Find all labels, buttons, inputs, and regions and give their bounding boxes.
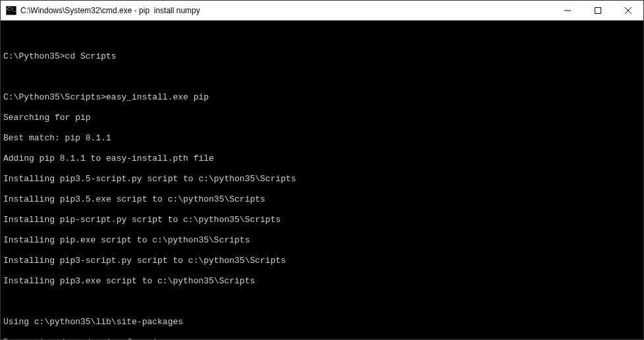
window-controls [552, 1, 643, 20]
terminal-output[interactable]: C:\Python35>cd Scripts C:\Python35\Scrip… [1, 20, 643, 339]
maximize-button[interactable] [583, 1, 613, 20]
titlebar[interactable]: C:\Windows\System32\cmd.exe - pip instal… [1, 1, 643, 20]
titlebar-left: C:\Windows\System32\cmd.exe - pip instal… [1, 6, 200, 15]
terminal-line: Best match: pip 8.1.1 [3, 133, 641, 144]
terminal-line: Processing dependencies for pip [3, 337, 641, 340]
terminal-line: Installing pip3.5-script.py script to c:… [3, 174, 641, 184]
terminal-line: Installing pip3.5.exe script to c:\pytho… [3, 194, 641, 205]
terminal-line: Searching for pip [3, 113, 641, 123]
terminal-line: Installing pip.exe script to c:\python35… [3, 235, 641, 246]
terminal-line [3, 297, 641, 307]
terminal-line [3, 72, 641, 82]
cmd-icon [6, 6, 16, 15]
terminal-line: Using c:\python35\lib\site-packages [3, 317, 641, 327]
terminal-line [3, 31, 641, 42]
svg-rect-1 [595, 8, 601, 14]
close-button[interactable] [613, 1, 643, 20]
terminal-line: Installing pip-script.py script to c:\py… [3, 215, 641, 225]
terminal-line: C:\Python35>cd Scripts [3, 51, 641, 62]
minimize-button[interactable] [552, 1, 583, 20]
terminal-line: C:\Python35\Scripts>easy_install.exe pip [3, 92, 641, 103]
terminal-line: Adding pip 8.1.1 to easy-install.pth fil… [3, 154, 641, 164]
window-title: C:\Windows\System32\cmd.exe - pip instal… [20, 6, 200, 15]
terminal-line: Installing pip3-script.py script to c:\p… [3, 256, 641, 266]
terminal-line: Installing pip3.exe script to c:\python3… [3, 276, 641, 287]
